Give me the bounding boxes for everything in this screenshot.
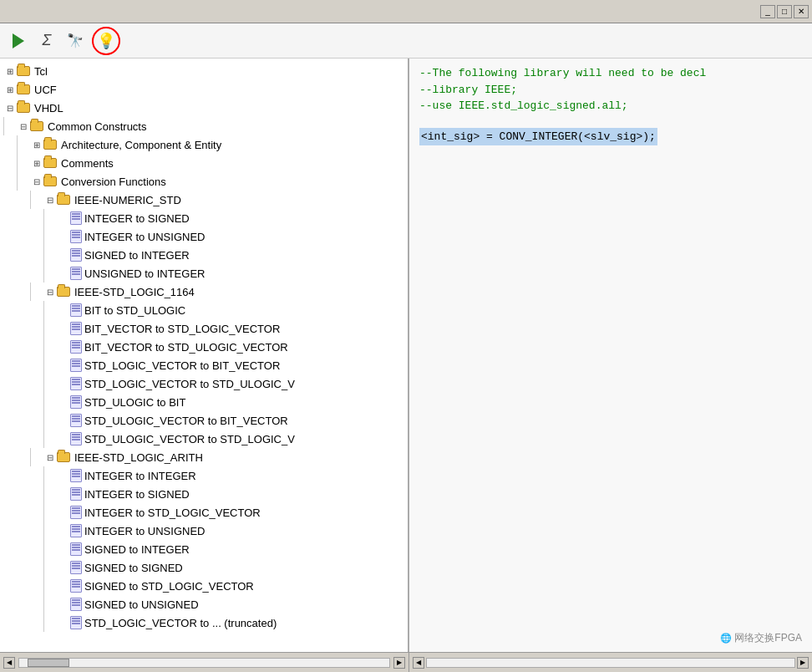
spacer21: [57, 616, 70, 629]
tree-item-arch[interactable]: ⊞ Architecture, Component & Entity: [0, 135, 408, 154]
tree-item-convfunc[interactable]: ⊟ Conversion Functions: [0, 172, 408, 191]
label-signed2unsigned: SIGNED to UNSIGNED: [84, 598, 199, 611]
tree-item-ucf[interactable]: ⊞ UCF: [0, 80, 408, 99]
expand-ieee-num[interactable]: ⊟: [43, 193, 57, 206]
watermark-label: 网络交换FPGA: [734, 632, 802, 644]
bulb-button[interactable]: 💡: [95, 30, 117, 52]
run-button[interactable]: [7, 29, 30, 53]
tree-item-ieee-num[interactable]: ⊟ IEEE-NUMERIC_STD: [0, 191, 408, 209]
expand-common[interactable]: ⊟: [17, 120, 30, 133]
tree-item-signed2int2[interactable]: SIGNED to INTEGER: [0, 540, 408, 558]
scroll-right-right-arrow[interactable]: ▶: [797, 657, 809, 669]
tree-item-unsigned2int[interactable]: UNSIGNED to INTEGER: [0, 264, 408, 283]
minimize-button[interactable]: _: [760, 5, 775, 18]
tree-item-int2signed[interactable]: INTEGER to SIGNED: [0, 209, 408, 227]
file-icon-int2signed: [70, 211, 82, 225]
tree-item-stdulogic2bit[interactable]: STD_ULOGIC to BIT: [0, 393, 408, 411]
label-stdlogicvec-more: STD_LOGIC_VECTOR to ... (truncated): [84, 617, 277, 629]
tree-item-ieee-arith[interactable]: ⊟ IEEE-STD_LOGIC_ARITH: [0, 448, 408, 466]
tree-item-common[interactable]: ⊟ Common Constructs: [0, 117, 408, 135]
folder-icon-arch: [43, 139, 58, 150]
tree-item-tcl[interactable]: ⊞ Tcl: [0, 62, 408, 80]
label-signed2int2: SIGNED to INTEGER: [84, 543, 190, 556]
play-icon: [13, 33, 24, 48]
scroll-left-arrow[interactable]: ◀: [3, 657, 15, 669]
label-tcl: Tcl: [34, 65, 48, 78]
spacer11: [57, 414, 70, 427]
spacer15: [57, 506, 70, 519]
tree-item-vhdl[interactable]: ⊟ VHDL: [0, 99, 408, 117]
file-icon-int2unsigned2: [70, 524, 82, 537]
expand-ieee-std1164[interactable]: ⊟: [43, 285, 57, 298]
tree-item-int2unsigned[interactable]: INTEGER to UNSIGNED: [0, 227, 408, 246]
expand-vhdl[interactable]: ⊟: [3, 101, 17, 115]
tree-item-int2unsigned2[interactable]: INTEGER to UNSIGNED: [0, 522, 408, 540]
folder-icon-convfunc: [43, 176, 58, 187]
label-common: Common Constructs: [48, 120, 146, 133]
tree-item-stdlogicvec-more[interactable]: STD_LOGIC_VECTOR to ... (truncated): [0, 613, 408, 632]
folder-icon-vhdl: [17, 102, 32, 114]
tree-item-bit2stdulogic[interactable]: BIT to STD_ULOGIC: [0, 301, 408, 319]
tree-item-bitvec2stdlogicvec[interactable]: BIT_VECTOR to STD_LOGIC_VECTOR: [0, 319, 408, 338]
tree-item-signed2signed[interactable]: SIGNED to SIGNED: [0, 558, 408, 577]
tree-item-signed2unsigned[interactable]: SIGNED to UNSIGNED: [0, 595, 408, 613]
tree-item-stdlogicvec2stdulogicv[interactable]: STD_LOGIC_VECTOR to STD_ULOGIC_V: [0, 374, 408, 393]
spacer17: [57, 542, 70, 556]
scroll-right-arrow[interactable]: ▶: [393, 657, 405, 669]
file-icon-signed2int2: [70, 542, 82, 556]
file-icon-stdlogicvec2bitvec: [70, 359, 82, 372]
watermark-text: 🌐 网络交换FPGA: [720, 631, 802, 645]
label-signed2int: SIGNED to INTEGER: [84, 249, 190, 262]
code-area[interactable]: --The following library will need to be …: [409, 59, 812, 652]
spacer18: [57, 561, 70, 574]
bottom-bar: ◀ ▶ ◀ ▶: [0, 652, 812, 672]
label-bitvec2stdlogicvec: BIT_VECTOR to STD_LOGIC_VECTOR: [84, 323, 280, 335]
tree-item-stdulogicvec2stdlogicv[interactable]: STD_ULOGIC_VECTOR to STD_LOGIC_V: [0, 430, 408, 448]
tree-item-signed2int[interactable]: SIGNED to INTEGER: [0, 246, 408, 264]
label-stdulogic2bit: STD_ULOGIC to BIT: [84, 396, 185, 409]
h-scroll-thumb-left[interactable]: [28, 659, 69, 667]
tree-item-ieee-std1164[interactable]: ⊟ IEEE-STD_LOGIC_1164: [0, 283, 408, 301]
tree-item-comments[interactable]: ⊞ Comments: [0, 154, 408, 172]
right-panel: --The following library will need to be …: [409, 59, 812, 652]
spacer: [57, 211, 70, 225]
spacer5: [57, 303, 70, 317]
label-int2unsigned: INTEGER to UNSIGNED: [84, 231, 205, 243]
tree-item-signed2stdlogicvec[interactable]: SIGNED to STD_LOGIC_VECTOR: [0, 577, 408, 595]
scroll-right-left-arrow[interactable]: ◀: [413, 657, 424, 669]
label-signed2signed: SIGNED to SIGNED: [84, 562, 183, 574]
label-int2unsigned2: INTEGER to UNSIGNED: [84, 525, 205, 537]
tree-container[interactable]: ⊞ Tcl ⊞ UCF ⊟ VHDL ⊟: [0, 59, 408, 652]
file-icon-stdulogicvec2bitvec: [70, 414, 82, 427]
spacer6: [57, 322, 70, 335]
tree-item-stdlogicvec2bitvec[interactable]: STD_LOGIC_VECTOR to BIT_VECTOR: [0, 356, 408, 374]
maximize-button[interactable]: □: [777, 5, 792, 18]
bottom-left-scroll: ◀ ▶: [0, 653, 409, 672]
expand-comments[interactable]: ⊞: [30, 156, 43, 170]
expand-ieee-arith[interactable]: ⊟: [43, 451, 57, 464]
spacer14: [57, 487, 70, 501]
expand-convfunc[interactable]: ⊟: [30, 175, 43, 188]
label-stdulogicvec2bitvec: STD_ULOGIC_VECTOR to BIT_VECTOR: [84, 415, 288, 427]
spacer3: [57, 248, 70, 262]
spacer13: [57, 469, 70, 482]
expand-ucf[interactable]: ⊞: [3, 83, 17, 96]
label-stdlogicvec2bitvec: STD_LOGIC_VECTOR to BIT_VECTOR: [84, 359, 280, 372]
sigma-button[interactable]: Σ: [35, 29, 58, 53]
close-button[interactable]: ✕: [794, 5, 809, 18]
tree-item-int2signed2[interactable]: INTEGER to SIGNED: [0, 485, 408, 503]
spacer19: [57, 579, 70, 593]
label-ieee-std1164: IEEE-STD_LOGIC_1164: [74, 286, 195, 298]
h-scroll-track-left[interactable]: [18, 658, 390, 668]
tree-item-stdulogicvec2bitvec[interactable]: STD_ULOGIC_VECTOR to BIT_VECTOR: [0, 411, 408, 430]
h-scroll-track-right[interactable]: [426, 658, 795, 668]
binoculars-button[interactable]: 🔭: [63, 29, 87, 53]
left-panel: ⊞ Tcl ⊞ UCF ⊟ VHDL ⊟: [0, 59, 409, 652]
expand-tcl[interactable]: ⊞: [3, 64, 17, 78]
tree-item-bitvec2stdulogicvec[interactable]: BIT_VECTOR to STD_ULOGIC_VECTOR: [0, 338, 408, 356]
tree-item-int2int[interactable]: INTEGER to INTEGER: [0, 466, 408, 485]
label-ieee-num: IEEE-NUMERIC_STD: [74, 194, 181, 206]
label-stdulogicvec2stdlogicv: STD_ULOGIC_VECTOR to STD_LOGIC_V: [84, 433, 295, 445]
expand-arch[interactable]: ⊞: [30, 138, 43, 151]
tree-item-int2stdlogicvec[interactable]: INTEGER to STD_LOGIC_VECTOR: [0, 503, 408, 522]
